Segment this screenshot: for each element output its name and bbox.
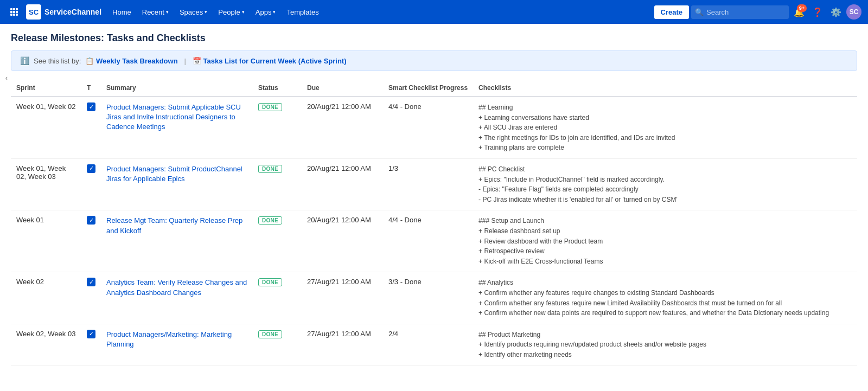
table-body: Week 01, Week 02 ✓ Product Managers: Sub… [11, 97, 857, 366]
link2-icon: 📅 [193, 57, 201, 65]
col-header-progress: Smart Checklist Progress [383, 80, 473, 97]
cell-type: ✓ [81, 97, 101, 158]
info-icon: ℹ️ [20, 56, 29, 65]
help-button[interactable]: ❓ [809, 4, 826, 20]
task-link[interactable]: Product Managers/Marketing: Marketing Pl… [106, 330, 232, 348]
cell-due: 20/Aug/21 12:00 AM [302, 158, 383, 210]
logo-text: ServiceChannel [44, 8, 101, 16]
task-checkbox[interactable]: ✓ [87, 216, 95, 225]
task-checkbox[interactable]: ✓ [87, 330, 95, 338]
task-checkbox[interactable]: ✓ [87, 102, 95, 111]
status-badge: DONE [258, 330, 282, 338]
cell-progress: 4/4 - Done [383, 210, 473, 272]
notifications-button[interactable]: 🔔 9+ [791, 4, 807, 20]
cell-checklists: ### Setup and Launch + Release dashboard… [473, 210, 857, 272]
task-link[interactable]: Product Managers: Submit Applicable SCU … [106, 103, 241, 131]
nav-templates[interactable]: Templates [282, 6, 323, 18]
svg-rect-1 [13, 8, 15, 10]
cell-due: 20/Aug/21 12:00 AM [302, 97, 383, 158]
nav-home[interactable]: Home [108, 6, 136, 18]
cell-due: 27/Aug/21 12:00 AM [302, 272, 383, 324]
table-row: Week 01, Week 02, Week 03 ✓ Product Mana… [11, 158, 857, 210]
svg-rect-8 [16, 14, 18, 16]
status-badge: DONE [258, 103, 282, 111]
apps-chevron-icon: ▾ [273, 9, 276, 15]
table-header: Sprint T Summary Status Due Smart Checkl… [11, 80, 857, 97]
status-badge: DONE [258, 165, 282, 173]
see-list-by-label: See this list by: [34, 57, 81, 65]
cell-summary: Product Managers/Marketing: Marketing Pl… [101, 324, 253, 366]
link1-icon: 📋 [85, 57, 94, 65]
table-row: Week 01, Week 02 ✓ Product Managers: Sub… [11, 97, 857, 158]
svg-rect-7 [13, 14, 15, 16]
table-row: Week 01 ✓ Release Mgt Team: Quarterly Re… [11, 210, 857, 272]
col-header-checklists: Checklists [473, 80, 857, 97]
cell-checklists: ## Product Marketing + Identify products… [473, 324, 857, 366]
col-header-due: Due [302, 80, 383, 97]
settings-button[interactable]: ⚙️ [828, 4, 844, 20]
page-title: Release Milestones: Tasks and Checklists [11, 33, 857, 44]
col-header-t: T [81, 80, 101, 97]
cell-status: DONE [253, 158, 302, 210]
cell-progress: 4/4 - Done [383, 97, 473, 158]
cell-summary: Product Managers: Submit ProductChannel … [101, 158, 253, 210]
cell-due: 27/Aug/21 12:00 AM [302, 324, 383, 366]
task-link[interactable]: Release Mgt Team: Quarterly Release Prep… [106, 216, 242, 234]
waffle-menu-icon[interactable] [7, 4, 22, 20]
svg-rect-5 [16, 11, 18, 13]
cell-due: 20/Aug/21 12:00 AM [302, 210, 383, 272]
cell-type: ✓ [81, 210, 101, 272]
cell-sprint: Week 01, Week 02 [11, 97, 81, 158]
task-link[interactable]: Product Managers: Submit ProductChannel … [106, 165, 242, 183]
svg-rect-4 [13, 11, 15, 13]
cell-status: DONE [253, 210, 302, 272]
col-header-status: Status [253, 80, 302, 97]
tasks-table: Sprint T Summary Status Due Smart Checkl… [11, 80, 857, 366]
app-logo[interactable]: SC ServiceChannel [26, 4, 101, 20]
recent-chevron-icon: ▾ [166, 9, 169, 15]
status-badge: DONE [258, 278, 282, 286]
cell-type: ✓ [81, 158, 101, 210]
active-sprint-link[interactable]: 📅 Tasks List for Current Week (Active Sp… [193, 57, 347, 65]
cell-status: DONE [253, 97, 302, 158]
user-avatar[interactable]: SC [846, 4, 861, 20]
cell-progress: 2/4 [383, 324, 473, 366]
svg-rect-2 [16, 8, 18, 10]
task-link[interactable]: Analytics Team: Verify Release Changes a… [106, 278, 247, 296]
table-row: Week 02 ✓ Analytics Team: Verify Release… [11, 272, 857, 324]
search-icon: 🔍 [695, 8, 704, 16]
svg-rect-3 [10, 11, 12, 13]
cell-progress: 3/3 - Done [383, 272, 473, 324]
logo-icon: SC [26, 4, 41, 20]
nav-spaces[interactable]: Spaces ▾ [175, 6, 212, 18]
nav-apps[interactable]: Apps ▾ [251, 6, 280, 18]
status-badge: DONE [258, 216, 282, 225]
svg-rect-6 [10, 14, 12, 16]
cell-sprint: Week 01, Week 02, Week 03 [11, 158, 81, 210]
table-row: Week 02, Week 03 ✓ Product Managers/Mark… [11, 324, 857, 366]
cell-summary: Analytics Team: Verify Release Changes a… [101, 272, 253, 324]
cell-summary: Product Managers: Submit Applicable SCU … [101, 97, 253, 158]
cell-summary: Release Mgt Team: Quarterly Release Prep… [101, 210, 253, 272]
task-checkbox[interactable]: ✓ [87, 164, 95, 173]
nav-people[interactable]: People ▾ [214, 6, 248, 18]
cell-progress: 1/3 [383, 158, 473, 210]
weekly-task-breakdown-link[interactable]: 📋 Weekly Task Breakdown [85, 57, 177, 65]
col-header-summary: Summary [101, 80, 253, 97]
create-button[interactable]: Create [654, 5, 689, 19]
cell-checklists: ## Analytics + Confirm whether any featu… [473, 272, 857, 324]
banner-separator: | [184, 57, 186, 65]
col-header-sprint: Sprint [11, 80, 81, 97]
search-input[interactable] [691, 5, 789, 19]
notification-badge: 9+ [797, 4, 807, 12]
page-content: ‹ Release Milestones: Tasks and Checklis… [0, 24, 868, 374]
back-arrow-icon[interactable]: ‹ [2, 67, 11, 89]
svg-rect-0 [10, 8, 12, 10]
nav-recent[interactable]: Recent ▾ [138, 6, 173, 18]
people-chevron-icon: ▾ [242, 9, 245, 15]
cell-sprint: Week 01 [11, 210, 81, 272]
cell-checklists: ## PC Checklist + Epics: "Include in Pro… [473, 158, 857, 210]
task-checkbox[interactable]: ✓ [87, 278, 95, 286]
spaces-chevron-icon: ▾ [205, 9, 207, 15]
cell-type: ✓ [81, 324, 101, 366]
